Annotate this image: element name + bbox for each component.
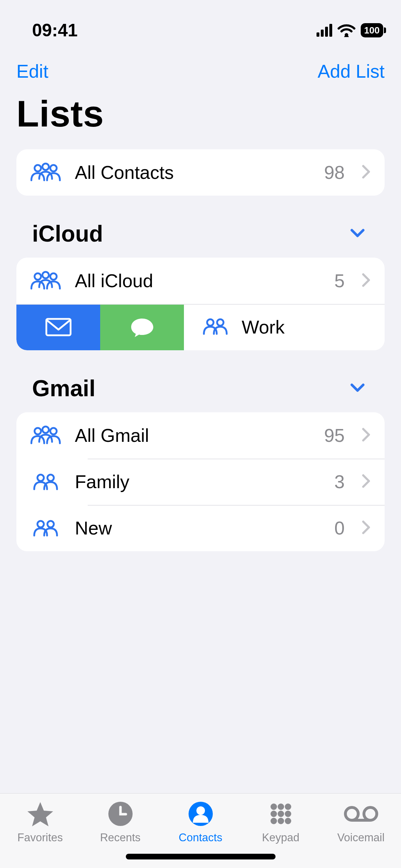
- svg-point-22: [285, 804, 291, 810]
- mail-icon: [45, 317, 72, 337]
- nav-header: Edit Add List: [0, 46, 401, 89]
- people-3-icon: [29, 425, 62, 445]
- svg-point-0: [345, 33, 348, 37]
- gmail-card: All Gmail 95 Family 3: [16, 412, 385, 551]
- svg-point-3: [50, 165, 57, 171]
- people-3-icon: [29, 271, 62, 291]
- chevron-right-icon: [362, 474, 372, 490]
- svg-point-4: [35, 273, 41, 280]
- list-row-label: Family: [75, 471, 322, 492]
- list-row-all-contacts[interactable]: All Contacts 98: [16, 149, 385, 196]
- list-row-label: New: [75, 517, 322, 539]
- svg-point-21: [278, 804, 284, 810]
- tab-favorites[interactable]: Favorites: [0, 800, 80, 868]
- svg-point-5: [42, 272, 49, 278]
- svg-point-11: [42, 427, 49, 433]
- section-title: Gmail: [32, 375, 96, 402]
- list-row-count: 0: [334, 517, 345, 539]
- svg-point-19: [196, 806, 205, 815]
- section-header-icloud: iCloud: [16, 221, 385, 258]
- battery-level: 100: [364, 25, 380, 36]
- collapse-toggle-gmail[interactable]: [346, 379, 369, 398]
- people-3-icon: [29, 162, 62, 182]
- svg-point-12: [50, 428, 57, 434]
- people-2-icon: [29, 519, 62, 537]
- tab-label: Contacts: [179, 831, 222, 844]
- svg-point-15: [37, 521, 44, 527]
- section-title: iCloud: [32, 221, 103, 247]
- list-row-work[interactable]: Work: [184, 304, 385, 350]
- contact-icon: [187, 800, 214, 828]
- voicemail-icon: [343, 800, 379, 828]
- svg-point-20: [271, 804, 277, 810]
- chevron-down-icon: [350, 228, 365, 238]
- all-contacts-card: All Contacts 98: [16, 149, 385, 196]
- svg-point-8: [207, 319, 214, 326]
- svg-point-23: [271, 811, 277, 817]
- list-row-new[interactable]: New 0: [16, 505, 385, 551]
- chevron-right-icon: [362, 520, 372, 536]
- tab-label: Recents: [100, 831, 141, 844]
- swipe-action-mail[interactable]: [16, 304, 100, 350]
- list-row-work-swiped: Work: [16, 304, 385, 350]
- chevron-right-icon: [362, 273, 372, 289]
- svg-point-1: [35, 165, 41, 171]
- tab-label: Favorites: [17, 831, 63, 844]
- list-row-family[interactable]: Family 3: [16, 459, 385, 505]
- status-bar: 09:41 100: [0, 0, 401, 46]
- svg-point-9: [217, 319, 223, 326]
- tab-label: Keypad: [262, 831, 299, 844]
- keypad-icon: [268, 800, 294, 828]
- svg-point-6: [50, 273, 57, 280]
- svg-point-29: [345, 807, 358, 820]
- svg-point-16: [47, 521, 54, 527]
- section-header-gmail: Gmail: [16, 375, 385, 412]
- svg-point-30: [364, 807, 377, 820]
- list-row-count: 3: [334, 471, 345, 492]
- tab-label: Voicemail: [337, 831, 385, 844]
- add-list-button[interactable]: Add List: [318, 61, 385, 82]
- list-row-label: All Gmail: [75, 425, 311, 446]
- list-row-label: Work: [242, 316, 372, 338]
- tab-voicemail[interactable]: Voicemail: [321, 800, 401, 868]
- list-row-all-icloud[interactable]: All iCloud 5: [16, 258, 385, 304]
- edit-button[interactable]: Edit: [16, 61, 48, 82]
- message-icon: [130, 316, 155, 338]
- cellular-icon: [317, 24, 332, 37]
- list-row-all-gmail[interactable]: All Gmail 95: [16, 412, 385, 459]
- svg-point-27: [278, 818, 284, 824]
- svg-point-13: [37, 475, 44, 481]
- clock-icon: [107, 800, 134, 828]
- people-2-icon: [29, 473, 62, 491]
- list-row-label: All Contacts: [75, 162, 311, 183]
- list-row-count: 5: [334, 270, 345, 291]
- svg-point-24: [278, 811, 284, 817]
- svg-point-28: [285, 818, 291, 824]
- star-icon: [26, 800, 54, 828]
- people-2-icon: [202, 317, 229, 337]
- svg-point-10: [35, 428, 41, 434]
- status-time: 09:41: [32, 20, 78, 41]
- svg-point-2: [42, 164, 49, 170]
- chevron-right-icon: [362, 428, 372, 443]
- status-icons: 100: [317, 23, 383, 37]
- svg-rect-7: [46, 319, 71, 335]
- svg-point-26: [271, 818, 277, 824]
- chevron-right-icon: [362, 165, 372, 180]
- chevron-down-icon: [350, 383, 365, 393]
- swipe-action-message[interactable]: [100, 304, 184, 350]
- svg-point-25: [285, 811, 291, 817]
- icloud-card: All iCloud 5: [16, 258, 385, 350]
- list-row-label: All iCloud: [75, 270, 322, 291]
- wifi-icon: [337, 24, 356, 37]
- content: All Contacts 98 iCloud: [0, 149, 401, 551]
- home-indicator[interactable]: [126, 854, 276, 859]
- page-title: Lists: [0, 89, 401, 149]
- collapse-toggle-icloud[interactable]: [346, 224, 369, 243]
- list-row-count: 98: [324, 162, 345, 183]
- svg-point-14: [47, 475, 54, 481]
- list-row-count: 95: [324, 425, 345, 446]
- battery-icon: 100: [361, 23, 383, 37]
